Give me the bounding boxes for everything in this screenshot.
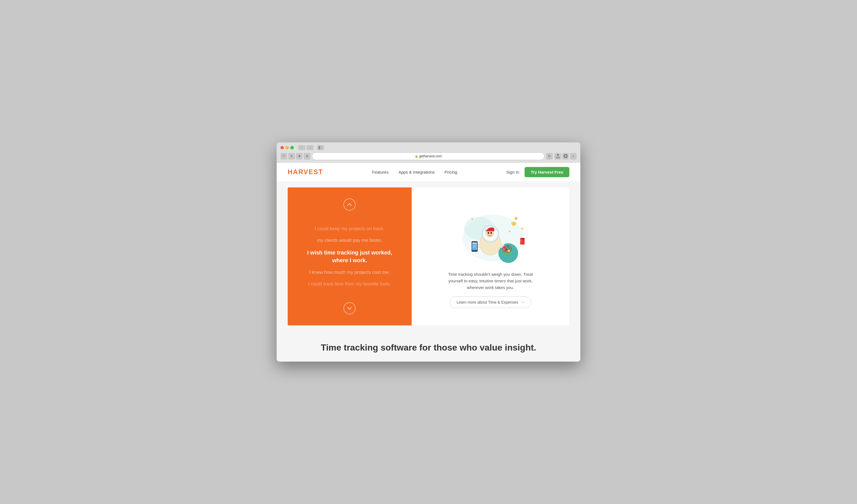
- arrow-icon: →: [520, 300, 524, 304]
- extension-icon[interactable]: ✚: [296, 153, 303, 159]
- svg-text:★: ★: [514, 216, 518, 221]
- carousel-down-button[interactable]: [343, 302, 356, 314]
- tabs-button[interactable]: [562, 153, 569, 159]
- share-button[interactable]: [554, 153, 561, 159]
- svg-text:★: ★: [521, 226, 524, 231]
- svg-rect-38: [521, 238, 522, 242]
- learn-more-label: Learn more about Time & Expenses: [457, 300, 518, 304]
- page-content: HARVEST Features Apps & Integrations Pri…: [276, 163, 581, 362]
- lock-icon: 🔒: [415, 155, 418, 157]
- hero-left-panel: I could keep my projects on track. my cl…: [288, 187, 411, 325]
- svg-rect-25: [472, 246, 476, 246]
- svg-point-32: [508, 247, 511, 250]
- carousel-up-button[interactable]: [343, 199, 356, 211]
- refresh-circle-icon[interactable]: ↻: [288, 153, 295, 159]
- page-refresh-button[interactable]: ↻: [546, 153, 553, 159]
- close-window-button[interactable]: [281, 146, 284, 149]
- hero-illustration: ★ ★ ★ ★: [454, 205, 526, 266]
- site-logo[interactable]: HARVEST: [288, 168, 323, 176]
- svg-rect-2: [321, 147, 322, 148]
- nav-links: Features Apps & Integrations Pricing: [372, 170, 457, 174]
- svg-text:★: ★: [471, 218, 473, 220]
- sign-in-button[interactable]: Sign In: [506, 170, 519, 174]
- nav-features[interactable]: Features: [372, 170, 388, 174]
- traffic-lights: [281, 146, 294, 149]
- svg-rect-0: [319, 146, 320, 149]
- shield-icon[interactable]: 🛡: [281, 153, 287, 159]
- sidebar-button[interactable]: [317, 145, 324, 150]
- navbar: HARVEST Features Apps & Integrations Pri…: [276, 163, 581, 182]
- svg-point-31: [507, 246, 509, 248]
- svg-rect-23: [472, 242, 477, 244]
- try-harvest-free-button[interactable]: Try Harvest Free: [525, 167, 569, 177]
- hero-text-5: I could track time from my favorite tool…: [308, 281, 391, 287]
- learn-more-button[interactable]: Learn more about Time & Expenses →: [450, 297, 531, 308]
- svg-point-33: [508, 250, 510, 252]
- nav-right: Sign In Try Harvest Free: [506, 167, 569, 177]
- svg-text:★: ★: [508, 230, 511, 233]
- svg-rect-1: [321, 146, 322, 147]
- forward-button[interactable]: ›: [306, 145, 314, 150]
- svg-rect-24: [472, 245, 475, 245]
- browser-window: ‹ › 🛡 ↻ ✚ ☰ 🔒 getharvest.com ↻: [276, 142, 581, 362]
- hero-text-2: my clients would pay me faster.: [317, 237, 382, 244]
- svg-point-35: [505, 248, 507, 251]
- new-tab-button[interactable]: +: [570, 153, 576, 159]
- svg-rect-3: [321, 149, 322, 149]
- tagline-section: Time tracking software for those who val…: [276, 331, 581, 362]
- minimize-window-button[interactable]: [285, 146, 289, 149]
- svg-point-18: [488, 232, 489, 234]
- hero-section: I could keep my projects on track. my cl…: [288, 187, 569, 325]
- menu-icon[interactable]: ☰: [304, 153, 310, 159]
- address-bar[interactable]: 🔒 getharvest.com: [312, 152, 544, 160]
- hero-right-panel: ★ ★ ★ ★: [411, 187, 569, 325]
- nav-pricing[interactable]: Pricing: [444, 170, 457, 174]
- back-button[interactable]: ‹: [298, 145, 305, 150]
- hero-text-1: I could keep my projects on track.: [315, 225, 385, 232]
- browser-chrome: ‹ › 🛡 ↻ ✚ ☰ 🔒 getharvest.com ↻: [276, 142, 581, 163]
- hero-text-area: I could keep my projects on track. my cl…: [296, 211, 403, 302]
- hero-description: Time tracking shouldn't weigh you down. …: [446, 271, 535, 291]
- svg-point-30: [504, 247, 506, 249]
- svg-rect-5: [565, 155, 567, 157]
- maximize-window-button[interactable]: [290, 146, 294, 149]
- hero-text-4: I knew how much my projects cost me.: [309, 269, 390, 276]
- svg-rect-26: [472, 247, 476, 247]
- tagline-text: Time tracking software for those who val…: [321, 342, 536, 352]
- hero-text-active: I wish time tracking just worked, where …: [302, 249, 398, 264]
- url-text: getharvest.com: [419, 154, 442, 158]
- svg-point-19: [490, 232, 492, 234]
- nav-apps[interactable]: Apps & Integrations: [399, 170, 435, 174]
